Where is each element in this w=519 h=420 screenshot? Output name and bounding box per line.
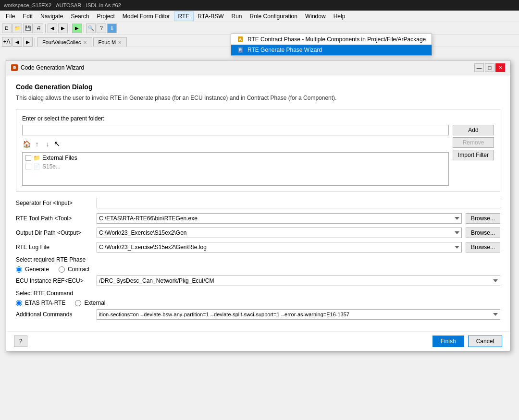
phase-generate-label[interactable]: Generate xyxy=(16,266,49,273)
tab-fourvalue-close[interactable]: ✕ xyxy=(83,40,87,45)
rte-log-browse-btn[interactable]: Browse... xyxy=(466,242,500,252)
toolbar-help[interactable]: ? xyxy=(97,24,106,33)
command-external-radio[interactable] xyxy=(75,300,81,306)
output-dir-label: Output Dir Path <Output> xyxy=(16,229,93,236)
file-tree-item-2[interactable]: 📄 S15e... xyxy=(24,162,447,171)
phase-generate-text: Generate xyxy=(25,266,49,273)
tab-nav-left[interactable]: ◀ xyxy=(12,37,22,47)
command-external-label[interactable]: External xyxy=(75,300,105,306)
toolbar-open[interactable]: 📁 xyxy=(12,24,22,33)
finish-btn[interactable]: Finish xyxy=(432,336,464,347)
dialog-title-text: Code Generation Wizard xyxy=(21,64,84,71)
dropdown-item-generate-label: RTE Generate Phase Wizard xyxy=(247,47,322,53)
toolbar-sep1 xyxy=(45,24,46,33)
item2-label: S15e... xyxy=(42,163,61,170)
rte-log-file-label: RTE Log File xyxy=(16,244,93,251)
menu-role-configuration[interactable]: Role Configuration xyxy=(246,12,301,21)
additional-commands-row: Additional Commands ition-sections=on --… xyxy=(16,309,500,320)
rte-contract-icon: A xyxy=(237,36,244,43)
tree-up-btn[interactable]: ↑ xyxy=(33,140,41,148)
help-btn[interactable]: ? xyxy=(14,336,27,347)
code-generation-dialog: ⚙ Code Generation Wizard — □ ✕ Code Gene… xyxy=(6,60,510,351)
dialog-title-area: ⚙ Code Generation Wizard xyxy=(11,64,84,71)
item2-checkbox[interactable] xyxy=(25,164,31,169)
menu-window[interactable]: Window xyxy=(301,12,330,21)
toolbar-new[interactable]: 🗋 xyxy=(2,24,12,33)
output-dir-select[interactable]: C:\Work\23_Exercise\S15ex2\Gen xyxy=(97,228,462,238)
toolbar-save[interactable]: 💾 xyxy=(23,24,33,33)
menu-rte[interactable]: RTE xyxy=(174,12,194,21)
dropdown-item-contract[interactable]: A RTE Contract Phase - Multiple Componen… xyxy=(231,34,432,45)
tab-fouc[interactable]: Fouc M ✕ xyxy=(93,37,127,47)
ecu-instance-select[interactable]: /DRC_SysDesc_Can_Network/Pkg_EcuI/CM xyxy=(97,276,500,286)
rte-log-file-select[interactable]: C:\Work\23_Exercise\S15ex2\Gen\Rte.log xyxy=(97,242,462,252)
dialog-maximize-btn[interactable]: □ xyxy=(485,63,494,72)
dialog-description: This dialog allows the user to invoke RT… xyxy=(16,95,500,101)
phase-generate-radio[interactable] xyxy=(16,266,22,273)
parent-folder-label: Enter or select the parent folder: xyxy=(22,115,494,122)
dialog-close-btn[interactable]: ✕ xyxy=(495,63,505,72)
command-etas-radio[interactable] xyxy=(16,300,22,306)
additional-commands-label: Additional Commands xyxy=(16,311,93,318)
file-tree-toolbar: 🏠 ↑ ↓ ↖ xyxy=(22,137,449,150)
output-dir-browse-btn[interactable]: Browse... xyxy=(466,228,500,238)
footer-spacer xyxy=(31,336,429,347)
rte-tool-browse-btn[interactable]: Browse... xyxy=(466,213,500,224)
tab-fouc-close[interactable]: ✕ xyxy=(118,40,122,45)
rte-tool-path-select[interactable]: C:\ETAS\RTA-RTE66\bin\RTEGen.exe xyxy=(97,213,462,224)
tab-fouc-label: Fouc M xyxy=(99,39,116,45)
phase-contract-radio[interactable] xyxy=(59,266,65,273)
menu-model-form-editor[interactable]: Model Form Editor xyxy=(119,12,174,21)
menu-edit[interactable]: Edit xyxy=(19,12,37,21)
tab-add-btn[interactable]: +A xyxy=(2,37,12,47)
rte-tool-path-label: RTE Tool Path <Tool> xyxy=(16,215,93,222)
menu-help[interactable]: Help xyxy=(330,12,349,21)
dialog-minimize-btn[interactable]: — xyxy=(474,63,484,72)
command-etas-label[interactable]: ETAS RTA-RTE xyxy=(16,300,65,306)
tree-home-btn[interactable]: 🏠 xyxy=(22,140,31,148)
separator-row: Seperator For <Input> xyxy=(16,198,500,208)
toolbar-zoom[interactable]: 🔍 xyxy=(86,24,96,33)
toolbar: 🗋 📁 💾 🖨 ◀ ▶ ▶ 🔍 ? ℹ xyxy=(0,22,519,35)
menu-bar: File Edit Navigate Search Project Model … xyxy=(0,11,519,22)
toolbar-sep2 xyxy=(70,24,70,33)
toolbar-forward[interactable]: ▶ xyxy=(58,24,68,33)
additional-commands-select[interactable]: ition-sections=on --deviate-bsw-any-part… xyxy=(97,309,500,320)
menu-run[interactable]: Run xyxy=(228,12,246,21)
rte-phase-label: Select required RTE Phase xyxy=(16,256,500,263)
menu-rta-bsw[interactable]: RTA-BSW xyxy=(194,12,227,21)
dialog-titlebar: ⚙ Code Generation Wizard — □ ✕ xyxy=(6,60,510,75)
parent-folder-section: Enter or select the parent folder: 🏠 ↑ ↓… xyxy=(16,109,500,192)
toolbar-print[interactable]: 🖨 xyxy=(34,24,43,33)
tab-fourvalue[interactable]: FourValueCollec ✕ xyxy=(37,37,92,47)
separator-input[interactable] xyxy=(97,198,500,208)
toolbar-run[interactable]: ▶ xyxy=(72,24,82,33)
ecu-instance-label: ECU Instance REF<ECU> xyxy=(16,277,93,284)
rte-command-radio-group: ETAS RTA-RTE External xyxy=(16,300,500,306)
rte-phase-section: Select required RTE Phase Generate Contr… xyxy=(16,256,500,273)
parent-folder-input[interactable] xyxy=(22,125,449,135)
tab-nav-right[interactable]: ▶ xyxy=(23,37,33,47)
parent-folder-content: 🏠 ↑ ↓ ↖ 📁 External Files 📄 xyxy=(22,125,449,186)
toolbar-back[interactable]: ◀ xyxy=(48,24,57,33)
cancel-btn[interactable]: Cancel xyxy=(468,336,502,347)
dropdown-item-generate[interactable]: R RTE Generate Phase Wizard xyxy=(231,45,432,55)
parent-folder-row: 🏠 ↑ ↓ ↖ 📁 External Files 📄 xyxy=(22,125,494,186)
toolbar-info[interactable]: ℹ xyxy=(107,24,117,33)
tree-down-btn[interactable]: ↓ xyxy=(43,140,52,148)
import-filter-button[interactable]: Import Filter xyxy=(453,150,494,160)
file-tree[interactable]: 📁 External Files 📄 S15e... xyxy=(22,152,449,186)
remove-button[interactable]: Remove xyxy=(453,137,494,148)
tab-sep xyxy=(35,38,35,47)
menu-project[interactable]: Project xyxy=(93,12,118,21)
menu-file[interactable]: File xyxy=(2,12,19,21)
external-files-label: External Files xyxy=(42,155,77,161)
file-tree-external-files[interactable]: 📁 External Files xyxy=(24,154,447,162)
phase-contract-label[interactable]: Contract xyxy=(59,266,89,273)
rte-log-file-row: RTE Log File C:\Work\23_Exercise\S15ex2\… xyxy=(16,242,500,252)
external-files-checkbox[interactable] xyxy=(25,155,31,161)
menu-search[interactable]: Search xyxy=(67,12,93,21)
add-button[interactable]: Add xyxy=(453,125,494,135)
tree-action-buttons: Add Remove Import Filter xyxy=(453,125,494,160)
menu-navigate[interactable]: Navigate xyxy=(37,12,67,21)
